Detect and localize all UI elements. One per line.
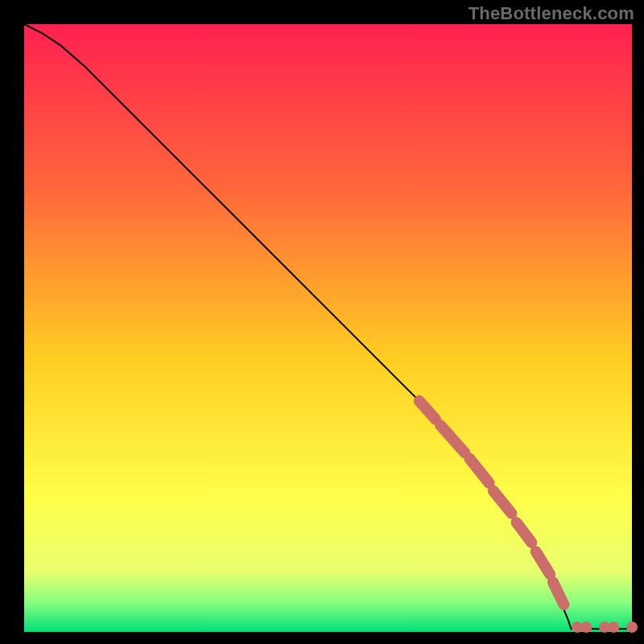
highlight-dot-1 bbox=[580, 621, 592, 633]
highlight-dot-3 bbox=[608, 621, 619, 633]
highlight-dot-4 bbox=[626, 621, 638, 633]
chart-frame: TheBottleneck.com bbox=[0, 0, 644, 644]
chart-svg bbox=[0, 0, 644, 644]
plot-background bbox=[24, 24, 632, 632]
